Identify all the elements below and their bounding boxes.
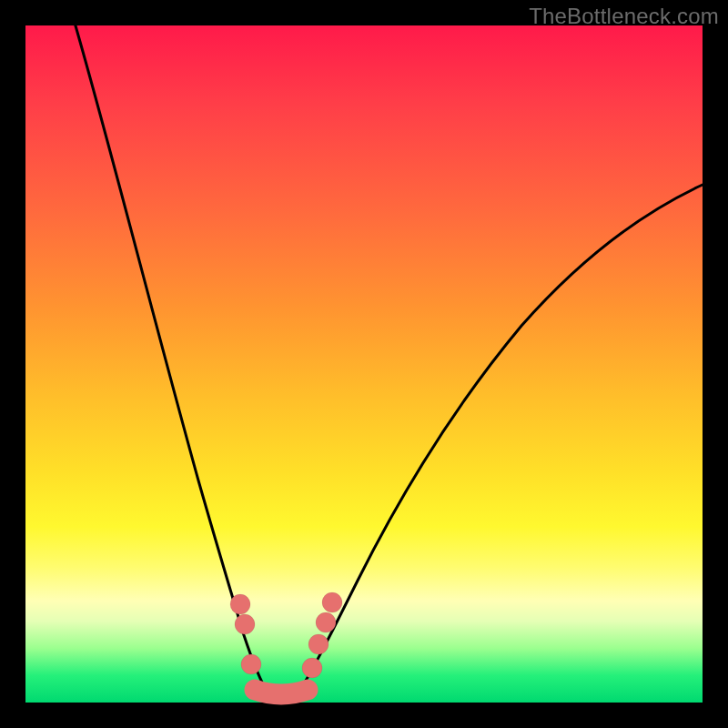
plot-area: [25, 25, 703, 703]
marker-dot: [302, 658, 322, 678]
watermark-text: TheBottleneck.com: [529, 4, 719, 29]
right-curve: [298, 185, 703, 693]
marker-dot: [322, 592, 342, 612]
marker-dot: [230, 594, 250, 614]
marker-dot: [308, 634, 329, 654]
marker-dot: [316, 612, 336, 632]
optimum-flat: [255, 690, 308, 694]
marker-dot: [241, 654, 261, 674]
left-curve: [73, 16, 268, 693]
marker-dot: [235, 614, 255, 634]
curve-layer: [25, 25, 703, 703]
chart-frame: TheBottleneck.com: [0, 0, 728, 728]
